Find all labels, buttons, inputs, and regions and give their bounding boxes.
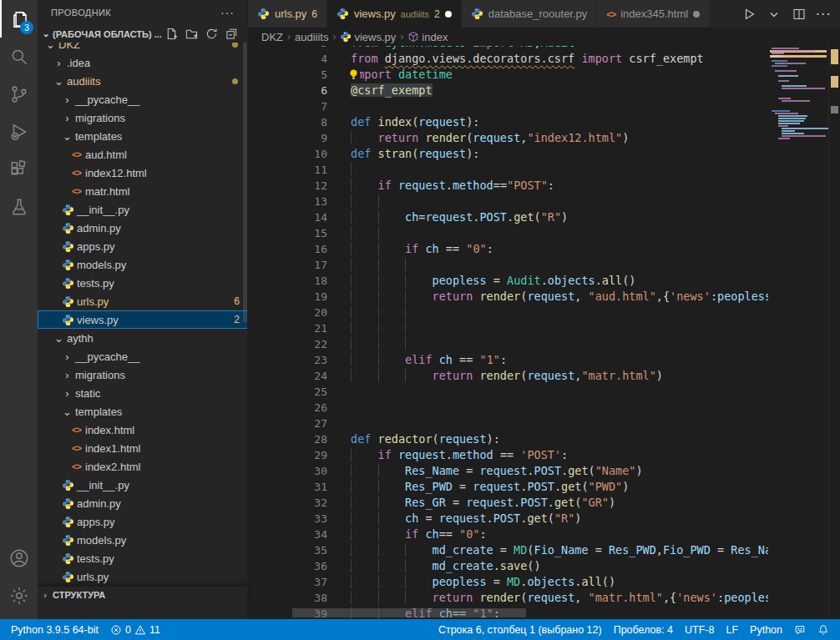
tree-file-index.html[interactable]: <>index.html	[38, 421, 248, 439]
tree-folder-DKZ[interactable]: ⌄DKZ	[38, 43, 248, 53]
tree-folder-audiiits[interactable]: ⌄audiiits	[38, 72, 248, 90]
tree-folder-templates[interactable]: ⌄templates	[38, 127, 248, 145]
code-line-38[interactable]: 38 return render(request, "matr.html",{'…	[248, 590, 768, 606]
code-editor[interactable]: 3from aythh.models import MD,Audit4from …	[248, 46, 840, 619]
code-line-11[interactable]: 11	[248, 162, 768, 178]
activity-bar-item-run-and-debug[interactable]	[0, 113, 38, 150]
tree-file-index2.html[interactable]: <>index2.html	[38, 457, 248, 476]
minimap[interactable]	[770, 48, 827, 140]
tab-views.py[interactable]: views.pyaudiiits2	[327, 0, 462, 28]
code-line-34[interactable]: 34 if ch== "0":	[248, 527, 768, 542]
status-notifications[interactable]	[812, 619, 835, 640]
sidebar-more-icon[interactable]: ···	[220, 6, 235, 19]
code-line-32[interactable]: 32 Res_GR = request.POST.get("GR")	[248, 495, 768, 511]
new-folder-icon[interactable]	[185, 28, 198, 40]
activity-bar-item-source-control[interactable]	[0, 75, 38, 113]
tree-file-models.py[interactable]: models.py	[38, 255, 248, 274]
activity-bar-item-account[interactable]	[0, 539, 38, 577]
status-cursor-position[interactable]: Строка 6, столбец 1 (выбрано 12)	[433, 619, 608, 640]
code-line-13[interactable]: 13	[248, 194, 768, 209]
status-indentation[interactable]: Пробелов: 4	[608, 619, 679, 640]
code-line-23[interactable]: 23 elif ch == "1":	[248, 352, 768, 368]
tree-file-apps.py[interactable]: apps.py	[38, 512, 248, 531]
code-line-8[interactable]: 8def index(request):	[248, 114, 768, 130]
unsaved-dot-icon[interactable]	[445, 11, 452, 18]
status-language-mode[interactable]: Python	[744, 619, 788, 640]
code-line-33[interactable]: 33 ch = request.POST.get("R")	[248, 511, 768, 527]
breadcrumb-item-views.py[interactable]: views.py	[340, 31, 396, 43]
status-feedback[interactable]	[788, 619, 812, 640]
tree-file-admin.py[interactable]: admin.py	[38, 494, 248, 512]
tree-folder-__pycache__[interactable]: ›__pycache__	[38, 347, 248, 365]
tree-file-urls.py[interactable]: urls.py	[38, 567, 248, 586]
code-line-10[interactable]: 10def stran(request):	[248, 146, 768, 162]
unsaved-dot-icon[interactable]	[693, 11, 700, 18]
activity-bar-item-extensions[interactable]	[0, 150, 38, 188]
code-line-14[interactable]: 14 ch=request.POST.get("R")	[248, 209, 768, 225]
code-line-24[interactable]: 24 return render(request,"matr.html")	[248, 368, 768, 384]
lightbulb-icon[interactable]	[347, 68, 360, 81]
code-line-6[interactable]: 6@csrf_exempt	[248, 83, 768, 98]
activity-bar-item-search[interactable]	[0, 38, 38, 75]
tree-file-__init__.py[interactable]: __init__.py	[38, 200, 248, 219]
status-eol[interactable]: LF	[720, 619, 744, 640]
tree-file-views.py[interactable]: views.py2	[38, 310, 248, 329]
code-line-17[interactable]: 17	[248, 257, 768, 273]
tab-database_roouter.py[interactable]: database_roouter.py	[462, 0, 598, 28]
code-line-27[interactable]: 27	[248, 416, 768, 431]
code-line-19[interactable]: 19 return render(request, "aud.html",{'n…	[248, 289, 768, 305]
code-line-31[interactable]: 31 Res_PWD = request.POST.get("PWD")	[248, 479, 768, 495]
code-line-9[interactable]: 9 return render(request,"index12.html")	[248, 130, 768, 146]
tree-file-tests.py[interactable]: tests.py	[38, 274, 248, 292]
split-editor-button[interactable]	[790, 5, 808, 23]
overview-ruler[interactable]	[828, 46, 840, 619]
collapse-all-icon[interactable]	[225, 28, 238, 40]
tree-file-models.py[interactable]: models.py	[38, 531, 248, 549]
tree-folder-templates[interactable]: ⌄templates	[38, 402, 248, 421]
outline-section-header[interactable]: › СТРУКТУРА	[38, 586, 248, 602]
tree-file-admin.py[interactable]: admin.py	[38, 219, 248, 237]
breadcrumb-item-index[interactable]: index	[407, 31, 448, 43]
horizontal-scrollbar[interactable]	[292, 608, 526, 617]
tree-folder-migrations[interactable]: ›migrations	[38, 365, 248, 384]
status-python-interpreter[interactable]: Python 3.9.5 64-bit	[5, 619, 104, 640]
code-line-25[interactable]: 25	[248, 384, 768, 400]
code-line-16[interactable]: 16 if ch == "0":	[248, 241, 768, 257]
code-line-28[interactable]: 28def redactor(request):	[248, 431, 768, 447]
tree-file-matr.html[interactable]: <>matr.html	[38, 182, 248, 200]
code-line-12[interactable]: 12 if request.method=="POST":	[248, 178, 768, 194]
code-line-21[interactable]: 21	[248, 320, 768, 336]
status-problems[interactable]: 011	[104, 619, 166, 640]
code-line-37[interactable]: 37 peopless = MD.objects.all()	[248, 574, 768, 590]
tree-file-urls.py[interactable]: urls.py6	[38, 292, 248, 310]
tree-folder-.idea[interactable]: ›.idea	[38, 53, 248, 72]
tree-file-index1.html[interactable]: <>index1.html	[38, 439, 248, 457]
breadcrumb-item-audiiits[interactable]: audiiits	[295, 31, 328, 43]
run-dropdown[interactable]	[765, 5, 783, 23]
code-line-29[interactable]: 29 if request.method == 'POST':	[248, 447, 768, 463]
tree-folder-__pycache__[interactable]: ›__pycache__	[38, 90, 248, 108]
editor-more-button[interactable]: ···	[815, 5, 833, 23]
run-button[interactable]	[740, 5, 758, 23]
status-encoding[interactable]: UTF-8	[679, 619, 720, 640]
code-line-15[interactable]: 15	[248, 225, 768, 241]
tree-file-apps.py[interactable]: apps.py	[38, 237, 248, 255]
activity-bar-item-explorer[interactable]: 3	[0, 0, 38, 38]
breadcrumb-item-DKZ[interactable]: DKZ	[261, 31, 283, 43]
code-line-22[interactable]: 22	[248, 336, 768, 352]
code-line-4[interactable]: 4from django.views.decorators.csrf impor…	[248, 51, 768, 67]
sidebar-resize-handle[interactable]	[247, 0, 248, 619]
tree-folder-migrations[interactable]: ›migrations	[38, 108, 248, 127]
code-line-20[interactable]: 20	[248, 305, 768, 320]
code-line-18[interactable]: 18 peopless = Audit.objects.all()	[248, 273, 768, 289]
code-line-35[interactable]: 35 md_create = MD(Fio_Name = Res_PWD,Fio…	[248, 542, 768, 558]
tree-file-aud.html[interactable]: <>aud.html	[38, 145, 248, 164]
tab-index345.html[interactable]: <>index345.html	[597, 0, 710, 28]
tree-file-__init__.py[interactable]: __init__.py	[38, 476, 248, 494]
code-line-36[interactable]: 36 md_create.save()	[248, 558, 768, 574]
workspace-section-header[interactable]: ⌄ (РАБОЧАЯ ОБЛАСТЬ) ...	[38, 25, 248, 43]
new-file-icon[interactable]	[165, 28, 178, 40]
code-line-30[interactable]: 30 Res_Name = request.POST.get("Name")	[248, 463, 768, 479]
tree-folder-aythh[interactable]: ⌄aythh	[38, 329, 248, 347]
code-line-26[interactable]: 26	[248, 400, 768, 416]
